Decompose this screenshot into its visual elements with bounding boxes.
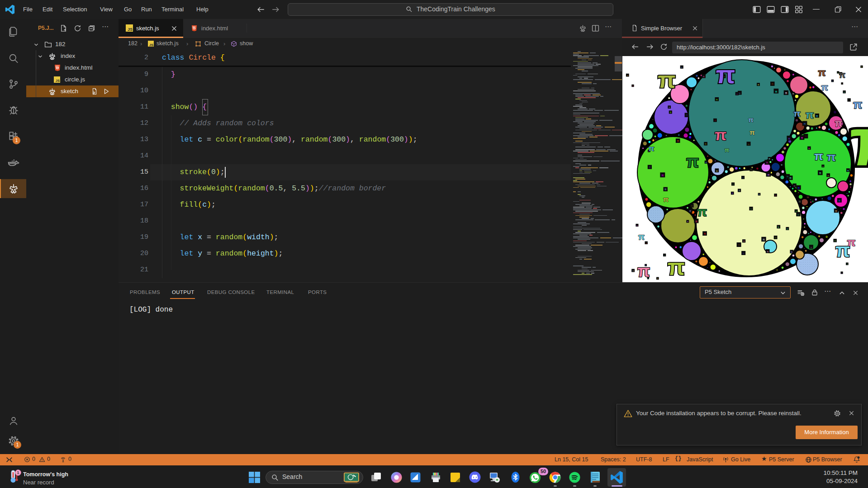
- svg-text:π: π: [838, 199, 840, 202]
- svg-text:π: π: [695, 220, 697, 223]
- svg-text:π: π: [821, 82, 828, 92]
- svg-text:π: π: [772, 82, 774, 85]
- svg-text:π: π: [661, 173, 664, 177]
- svg-text:π: π: [803, 122, 806, 126]
- svg-text:π: π: [822, 165, 824, 167]
- svg-text:π: π: [663, 195, 669, 203]
- svg-text:π: π: [801, 136, 803, 140]
- svg-text:π: π: [632, 270, 634, 272]
- svg-text:π: π: [819, 171, 821, 175]
- svg-text:π: π: [775, 236, 777, 239]
- svg-text:π: π: [791, 251, 792, 253]
- svg-text:π: π: [749, 128, 755, 136]
- svg-text:π: π: [775, 90, 777, 94]
- svg-text:π: π: [627, 74, 628, 76]
- svg-text:π: π: [750, 169, 752, 171]
- svg-text:π: π: [847, 236, 855, 248]
- svg-text:π: π: [739, 92, 740, 95]
- svg-text:π: π: [716, 98, 718, 101]
- svg-text:π: π: [799, 200, 801, 203]
- svg-text:π: π: [714, 119, 716, 122]
- svg-text:π: π: [797, 186, 800, 190]
- svg-text:π: π: [664, 254, 665, 256]
- svg-text:π: π: [732, 192, 733, 194]
- svg-text:π: π: [669, 106, 670, 109]
- svg-text:π: π: [797, 213, 800, 216]
- svg-text:π: π: [827, 174, 829, 177]
- svg-text:π: π: [750, 208, 752, 210]
- svg-text:π: π: [816, 114, 818, 118]
- svg-text:π: π: [705, 142, 707, 145]
- svg-text:π: π: [649, 166, 651, 169]
- svg-text:π: π: [789, 176, 792, 180]
- svg-text:π: π: [844, 91, 845, 93]
- svg-text:π: π: [637, 262, 650, 280]
- svg-text:π: π: [818, 67, 826, 78]
- svg-text:π: π: [812, 200, 813, 203]
- svg-text:π: π: [716, 60, 735, 89]
- svg-text:π: π: [808, 147, 810, 150]
- svg-text:π: π: [842, 83, 843, 85]
- svg-text:π: π: [687, 220, 688, 223]
- svg-text:π: π: [775, 194, 776, 197]
- svg-text:π: π: [677, 139, 679, 142]
- svg-text:π: π: [689, 209, 692, 213]
- svg-text:π: π: [767, 173, 769, 177]
- svg-text:π: π: [835, 209, 837, 213]
- svg-text:π: π: [767, 250, 768, 253]
- svg-text:π: π: [645, 242, 647, 244]
- svg-text:π: π: [849, 99, 850, 101]
- svg-text:π: π: [716, 170, 718, 172]
- svg-text:π: π: [743, 251, 745, 255]
- svg-text:π: π: [778, 226, 779, 228]
- svg-text:π: π: [648, 144, 654, 153]
- svg-text:π: π: [681, 66, 683, 68]
- svg-text:π: π: [827, 150, 836, 164]
- svg-text:π: π: [839, 71, 845, 80]
- svg-text:π: π: [638, 232, 645, 242]
- svg-text:π: π: [759, 193, 760, 195]
- svg-text:π: π: [664, 188, 667, 191]
- svg-text:π: π: [805, 135, 807, 138]
- svg-text:1: 1: [17, 470, 19, 475]
- svg-text:π: π: [704, 232, 706, 235]
- svg-text:π: π: [793, 108, 801, 118]
- svg-text:π: π: [768, 158, 770, 160]
- svg-text:π: π: [703, 75, 705, 78]
- svg-text:π: π: [835, 118, 843, 129]
- svg-text:π: π: [715, 126, 726, 143]
- svg-text:π: π: [697, 205, 707, 219]
- svg-text:π: π: [847, 169, 849, 172]
- svg-text:π: π: [691, 204, 693, 207]
- svg-text:π: π: [748, 143, 749, 146]
- svg-text:π: π: [738, 243, 740, 246]
- svg-text:π: π: [788, 137, 790, 141]
- svg-text:π: π: [814, 149, 823, 163]
- svg-text:π: π: [686, 114, 688, 117]
- svg-text:π: π: [806, 109, 814, 121]
- svg-text:π: π: [850, 104, 868, 180]
- svg-text:π: π: [725, 147, 729, 153]
- svg-text:π: π: [636, 225, 638, 227]
- svg-text:π: π: [763, 238, 765, 242]
- svg-text:π: π: [810, 246, 812, 249]
- svg-text:π: π: [658, 66, 676, 93]
- svg-text:π: π: [794, 185, 796, 187]
- svg-text:π: π: [668, 255, 685, 280]
- svg-text:π: π: [785, 91, 787, 95]
- svg-text:π: π: [748, 116, 754, 123]
- svg-text:π: π: [686, 152, 699, 171]
- svg-text:π: π: [766, 161, 768, 165]
